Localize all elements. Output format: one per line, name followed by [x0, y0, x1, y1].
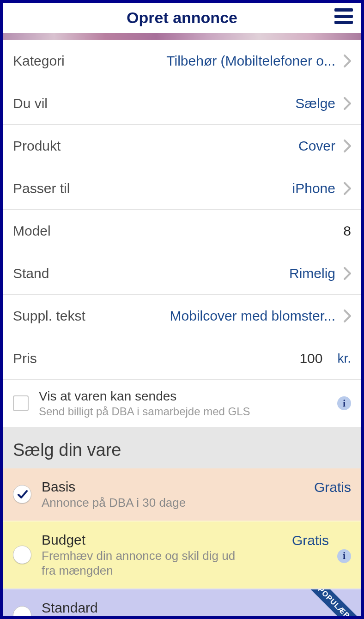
- plan-title-budget: Budget: [42, 532, 292, 548]
- row-value-produkt: Cover: [298, 138, 335, 154]
- plan-title-standard: Standard: [42, 600, 329, 616]
- section-header-sell: Sælg din vare: [3, 427, 361, 468]
- plan-subtitle-standard: Op til 3 gange flere visninger af: [42, 616, 245, 619]
- page-title: Opret annonce: [127, 9, 237, 27]
- row-value-model: 8: [343, 223, 351, 239]
- plan-option-basis[interactable]: Basis Annonce på DBA i 30 dage Gratis: [3, 468, 361, 521]
- chevron-right-icon: [344, 267, 351, 280]
- row-stand[interactable]: Stand Rimelig: [3, 252, 361, 295]
- row-shipping-option[interactable]: Vis at varen kan sendes Send billigt på …: [3, 380, 361, 427]
- plan-subtitle-budget: Fremhæv din annonce og skil dig ud fra m…: [42, 548, 245, 578]
- row-value-passer: iPhone: [292, 181, 335, 196]
- plan-title-basis: Basis: [42, 479, 314, 495]
- row-value-suppl: Mobilcover med blomster...: [170, 308, 335, 324]
- plan-price-basis: Gratis: [314, 479, 351, 495]
- plan-price-budget: Gratis: [292, 533, 329, 548]
- chevron-right-icon: [344, 140, 351, 152]
- price-unit: kr.: [337, 351, 351, 366]
- row-value-kategori: Tilbehør (Mobiltelefoner o...: [166, 53, 335, 69]
- plan-radio-standard[interactable]: [13, 606, 31, 619]
- plan-option-standard[interactable]: Standard Op til 3 gange flere visninger …: [3, 589, 361, 619]
- chevron-right-icon: [344, 182, 351, 195]
- chevron-right-icon: [344, 310, 351, 322]
- row-label-duvil: Du vil: [13, 96, 48, 111]
- row-pris[interactable]: Pris 100 kr.: [3, 337, 361, 380]
- chevron-right-icon: [344, 97, 351, 110]
- plan-radio-basis[interactable]: [13, 485, 31, 504]
- row-label-pris: Pris: [13, 351, 37, 366]
- row-duvil[interactable]: Du vil Sælge: [3, 82, 361, 125]
- row-passer-til[interactable]: Passer til iPhone: [3, 167, 361, 210]
- row-produkt[interactable]: Produkt Cover: [3, 125, 361, 167]
- row-label-kategori: Kategori: [13, 53, 65, 69]
- plan-radio-budget[interactable]: [13, 546, 31, 564]
- row-model[interactable]: Model 8: [3, 210, 361, 252]
- row-label-stand: Stand: [13, 266, 49, 281]
- row-value-duvil: Sælge: [295, 96, 335, 111]
- row-label-passer: Passer til: [13, 181, 70, 196]
- photo-preview-strip[interactable]: [3, 33, 361, 40]
- info-icon[interactable]: i: [337, 549, 351, 563]
- app-header: Opret annonce: [3, 3, 361, 33]
- row-value-stand: Rimelig: [289, 266, 335, 281]
- row-label-model: Model: [13, 223, 51, 239]
- row-suppl-tekst[interactable]: Suppl. tekst Mobilcover med blomster...: [3, 295, 361, 337]
- row-value-pris: 100: [299, 351, 322, 366]
- checkmark-icon: [17, 489, 28, 500]
- menu-icon[interactable]: [334, 8, 353, 24]
- info-icon[interactable]: i: [337, 396, 351, 410]
- chevron-right-icon: [344, 55, 351, 67]
- plan-option-budget[interactable]: Budget Fremhæv din annonce og skil dig u…: [3, 521, 361, 589]
- shipping-subtitle: Send billigt på DBA i samarbejde med GLS: [39, 404, 337, 419]
- plan-subtitle-basis: Annonce på DBA i 30 dage: [42, 495, 245, 510]
- row-label-suppl: Suppl. tekst: [13, 308, 85, 324]
- row-label-produkt: Produkt: [13, 138, 61, 154]
- row-kategori[interactable]: Kategori Tilbehør (Mobiltelefoner o...: [3, 40, 361, 82]
- shipping-checkbox[interactable]: [13, 395, 29, 411]
- shipping-text: Vis at varen kan sendes Send billigt på …: [39, 388, 337, 419]
- shipping-title: Vis at varen kan sendes: [39, 388, 337, 404]
